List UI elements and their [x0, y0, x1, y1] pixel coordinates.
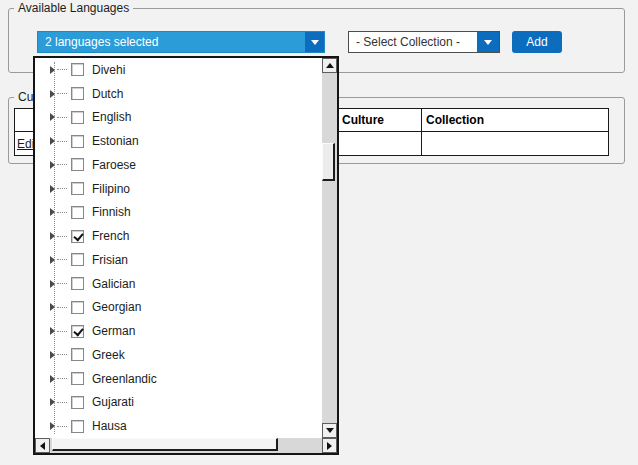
languages-combobox-value: 2 languages selected [38, 32, 305, 52]
add-button[interactable]: Add [512, 31, 562, 53]
header-cell-culture: Culture [338, 109, 422, 132]
tree-connector-dash [57, 69, 67, 70]
language-checkbox[interactable] [71, 135, 84, 148]
language-checkbox[interactable] [71, 87, 84, 100]
language-tree-item[interactable]: German [35, 319, 322, 343]
tree-connector-dash [57, 402, 67, 403]
language-tree-item[interactable]: Faroese [35, 153, 322, 177]
triangle-up-icon [326, 63, 334, 68]
language-checkbox[interactable] [71, 301, 84, 314]
language-tree-item[interactable]: Frisian [35, 248, 322, 272]
tree-connector-dash [57, 307, 67, 308]
vertical-scrollbar[interactable] [322, 58, 337, 438]
tree-expander-icon[interactable] [50, 375, 55, 383]
tree-connector-dash [57, 117, 67, 118]
language-tree-item[interactable]: Estonian [35, 129, 322, 153]
language-label: Divehi [92, 63, 125, 77]
language-label: French [92, 229, 129, 243]
groupbox-title: Available Languages [14, 1, 133, 15]
language-tree-item[interactable]: Greenlandic [35, 367, 322, 391]
languages-combobox-dropdown-button[interactable] [305, 32, 324, 52]
language-tree-item[interactable]: French [35, 224, 322, 248]
scroll-right-button[interactable] [322, 438, 337, 453]
language-label: Dutch [92, 87, 123, 101]
tree-connector-dash [57, 378, 67, 379]
tree-connector-dash [57, 236, 67, 237]
language-checkbox[interactable] [71, 63, 84, 76]
tree-expander-icon[interactable] [50, 327, 55, 335]
tree-connector-dash [57, 259, 67, 260]
language-label: Hausa [92, 419, 127, 433]
tree-expander-icon[interactable] [50, 280, 55, 288]
tree-expander-icon[interactable] [50, 256, 55, 264]
horizontal-scrollbar[interactable] [35, 438, 337, 453]
language-checkbox[interactable] [71, 420, 84, 433]
language-tree-item[interactable]: Georgian [35, 296, 322, 320]
tree-expander-icon[interactable] [50, 303, 55, 311]
language-label: Frisian [92, 253, 128, 267]
language-checkbox[interactable] [71, 348, 84, 361]
tree-expander-icon[interactable] [50, 66, 55, 74]
language-label: Greek [92, 348, 125, 362]
language-tree-item[interactable]: Dutch [35, 82, 322, 106]
language-checkbox[interactable] [71, 158, 84, 171]
language-checkbox[interactable] [71, 111, 84, 124]
tree-expander-icon[interactable] [50, 398, 55, 406]
language-checkbox[interactable] [71, 396, 84, 409]
header-cell-collection: Collection [422, 109, 609, 132]
language-tree-item[interactable]: Filipino [35, 177, 322, 201]
language-tree-item[interactable]: Hausa [35, 414, 322, 438]
tree-expander-icon[interactable] [50, 113, 55, 121]
check-mark-icon [73, 230, 83, 241]
language-tree-item[interactable]: Galician [35, 272, 322, 296]
language-tree-item[interactable]: Greek [35, 343, 322, 367]
language-checkbox[interactable] [71, 230, 84, 243]
language-checkbox[interactable] [71, 372, 84, 385]
language-checkbox[interactable] [71, 206, 84, 219]
language-label: Estonian [92, 134, 139, 148]
language-tree-item[interactable]: English [35, 106, 322, 130]
tree-expander-icon[interactable] [50, 90, 55, 98]
triangle-left-icon [40, 442, 45, 450]
vertical-scrollbar-thumb[interactable] [322, 143, 335, 181]
tree-connector-dash [57, 93, 67, 94]
collection-combobox-value: - Select Collection - [349, 32, 477, 52]
tree-connector-dash [57, 188, 67, 189]
tree-expander-icon[interactable] [50, 232, 55, 240]
tree-connector-dash [57, 212, 67, 213]
language-tree-item[interactable]: Divehi [35, 58, 322, 82]
language-label: Galician [92, 277, 135, 291]
language-tree-list: Divehi Dutch English Estonian Faroese Fi… [35, 58, 322, 438]
tree-connector-dash [57, 354, 67, 355]
chevron-down-icon [484, 40, 492, 45]
tree-expander-icon[interactable] [50, 185, 55, 193]
scroll-down-button[interactable] [322, 423, 337, 438]
collection-cell [422, 132, 609, 156]
collection-combobox-dropdown-button[interactable] [477, 32, 499, 52]
language-tree-item[interactable]: Gujarati [35, 391, 322, 415]
language-checkbox[interactable] [71, 253, 84, 266]
language-label: Greenlandic [92, 372, 157, 386]
tree-connector-dash [57, 283, 67, 284]
tree-expander-icon[interactable] [50, 161, 55, 169]
language-label: Finnish [92, 205, 131, 219]
language-tree-item[interactable]: Finnish [35, 201, 322, 225]
tree-connector-dash [57, 426, 67, 427]
collection-combobox[interactable]: - Select Collection - [348, 31, 500, 53]
tree-expander-icon[interactable] [50, 208, 55, 216]
scroll-left-button[interactable] [35, 438, 50, 453]
language-checkbox[interactable] [71, 325, 84, 338]
tree-connector-dash [57, 331, 67, 332]
language-checkbox[interactable] [71, 182, 84, 195]
tree-expander-icon[interactable] [50, 137, 55, 145]
tree-expander-icon[interactable] [50, 351, 55, 359]
tree-connector-dash [57, 164, 67, 165]
scroll-up-button[interactable] [322, 58, 337, 73]
chevron-down-icon [311, 40, 319, 45]
tree-connector-dash [57, 141, 67, 142]
tree-expander-icon[interactable] [50, 422, 55, 430]
horizontal-scrollbar-thumb[interactable] [52, 438, 278, 451]
languages-multiselect-combobox[interactable]: 2 languages selected [37, 31, 325, 53]
language-label: German [92, 324, 135, 338]
language-checkbox[interactable] [71, 277, 84, 290]
